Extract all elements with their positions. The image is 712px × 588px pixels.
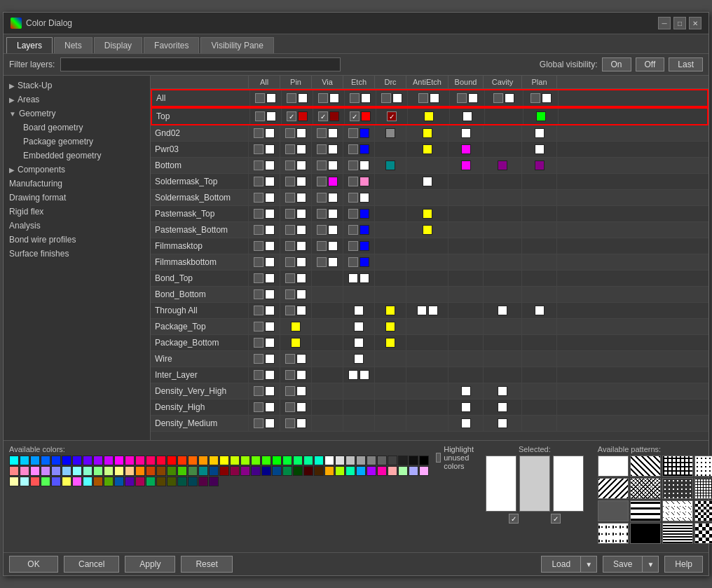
checkbox[interactable]	[350, 93, 360, 103]
cell-cavity[interactable]	[484, 174, 522, 189]
checkbox[interactable]	[348, 225, 358, 235]
palette-color[interactable]	[156, 456, 166, 465]
cell-cavity[interactable]	[484, 319, 522, 334]
cell-all[interactable]	[249, 158, 280, 173]
color-box[interactable]	[360, 257, 369, 267]
color-box[interactable]	[265, 418, 275, 428]
palette-color[interactable]	[135, 477, 145, 486]
color-box[interactable]	[291, 322, 301, 331]
checkbox[interactable]	[287, 111, 296, 121]
cell-via[interactable]	[313, 90, 345, 106]
checkbox[interactable]	[317, 144, 327, 154]
palette-color[interactable]	[135, 456, 145, 465]
palette-color[interactable]	[356, 456, 366, 465]
palette-color[interactable]	[125, 466, 135, 476]
checkbox[interactable]	[348, 128, 358, 138]
checkbox[interactable]	[254, 338, 263, 348]
cell-etch[interactable]	[343, 254, 375, 270]
checkbox[interactable]	[287, 93, 296, 103]
checkbox[interactable]	[254, 306, 263, 315]
palette-color[interactable]	[104, 456, 114, 465]
palette-color[interactable]	[62, 466, 71, 476]
palette-color[interactable]	[261, 466, 271, 476]
selected-swatch-3[interactable]	[553, 456, 584, 512]
cell-antietch[interactable]	[406, 238, 449, 254]
color-box[interactable]	[265, 354, 275, 364]
cell-pin[interactable]	[280, 125, 312, 141]
color-box[interactable]	[265, 177, 275, 186]
palette-color[interactable]	[125, 456, 135, 465]
color-box[interactable]	[461, 418, 471, 428]
cell-plan[interactable]	[522, 287, 557, 302]
cell-all[interactable]	[249, 190, 280, 205]
color-box[interactable]	[328, 144, 338, 154]
cell-via[interactable]	[312, 158, 343, 173]
palette-color[interactable]	[146, 456, 156, 465]
cell-drc[interactable]	[375, 271, 406, 286]
color-box[interactable]	[542, 93, 552, 103]
palette-color[interactable]	[41, 477, 50, 486]
cell-all[interactable]	[249, 174, 280, 189]
cell-all[interactable]	[249, 416, 280, 431]
cell-plan[interactable]	[522, 303, 557, 318]
checkbox[interactable]	[350, 111, 360, 121]
sidebar-item-drawing-format[interactable]: Drawing format	[4, 191, 150, 205]
palette-color[interactable]	[93, 456, 103, 465]
cell-cavity[interactable]	[484, 303, 522, 318]
cell-all[interactable]	[249, 287, 280, 302]
palette-color[interactable]	[314, 466, 324, 476]
cell-etch[interactable]	[343, 287, 375, 302]
cell-pin[interactable]	[280, 335, 312, 350]
color-box[interactable]	[296, 241, 306, 251]
cell-drc[interactable]	[375, 319, 406, 334]
palette-color[interactable]	[93, 477, 103, 486]
cell-cavity[interactable]	[484, 238, 522, 254]
cell-plan[interactable]	[522, 399, 557, 415]
palette-color[interactable]	[51, 477, 61, 486]
cell-antietch[interactable]	[406, 351, 449, 367]
color-box[interactable]	[423, 225, 432, 235]
cell-bound[interactable]	[449, 335, 484, 350]
palette-color[interactable]	[251, 466, 261, 476]
color-box[interactable]	[328, 257, 338, 267]
palette-color[interactable]	[282, 466, 292, 476]
checkbox[interactable]	[348, 257, 358, 267]
palette-color[interactable]	[251, 456, 261, 465]
color-box[interactable]	[265, 193, 275, 203]
palette-color[interactable]	[261, 456, 271, 465]
cell-bound[interactable]	[449, 222, 484, 238]
color-box[interactable]	[296, 209, 306, 219]
cell-all[interactable]	[249, 367, 280, 383]
cell-plan[interactable]	[522, 125, 557, 141]
cell-plan[interactable]	[522, 206, 557, 221]
cell-drc[interactable]	[376, 90, 408, 106]
cell-drc[interactable]	[375, 238, 406, 254]
pattern-cell[interactable]	[694, 523, 712, 544]
color-box[interactable]	[265, 338, 275, 348]
color-box[interactable]	[354, 354, 364, 364]
cell-via[interactable]	[312, 238, 343, 254]
palette-color[interactable]	[135, 466, 145, 476]
palette-color[interactable]	[335, 466, 345, 476]
cell-via[interactable]	[312, 174, 343, 189]
checkbox[interactable]	[254, 370, 263, 380]
color-box[interactable]	[498, 386, 507, 396]
cell-etch[interactable]	[345, 90, 376, 106]
color-box[interactable]	[428, 306, 438, 315]
color-box[interactable]	[296, 370, 306, 380]
checkbox[interactable]	[285, 354, 295, 364]
cell-bound[interactable]	[449, 303, 484, 318]
cell-plan[interactable]	[522, 383, 557, 399]
cell-via[interactable]	[312, 125, 343, 141]
checkbox[interactable]	[285, 370, 295, 380]
checkbox[interactable]	[317, 257, 327, 267]
palette-color[interactable]	[20, 477, 29, 486]
color-box[interactable]	[265, 241, 275, 251]
cell-all[interactable]	[249, 254, 280, 270]
cell-via[interactable]	[312, 222, 343, 238]
cell-bound[interactable]	[449, 319, 484, 334]
pattern-cell[interactable]	[662, 478, 693, 499]
color-box[interactable]	[535, 306, 545, 315]
cell-plan[interactable]	[522, 319, 557, 334]
cell-bound[interactable]	[449, 125, 484, 141]
